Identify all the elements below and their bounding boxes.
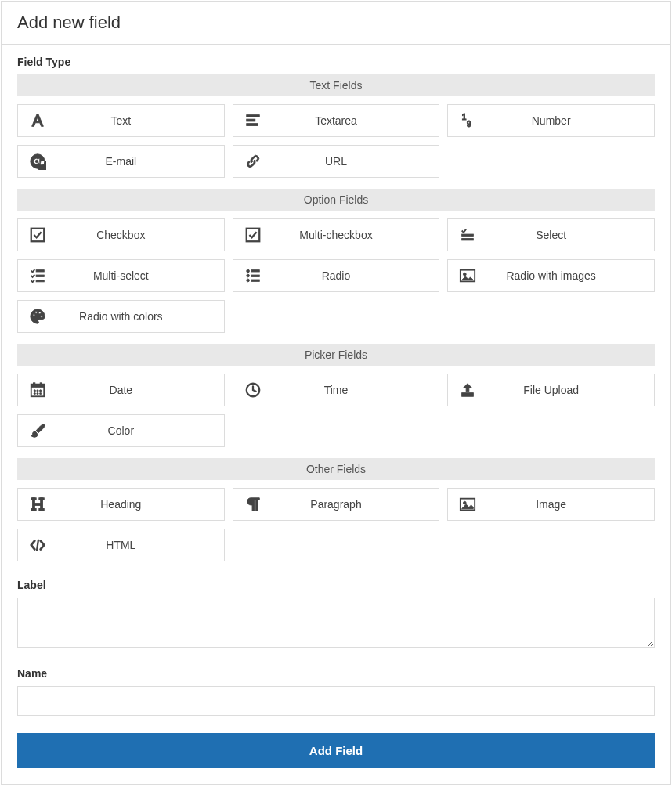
palette-icon [18, 308, 56, 325]
field-type-file-upload[interactable]: File Upload [447, 374, 655, 406]
field-type-time[interactable]: Time [233, 374, 440, 406]
field-type-url[interactable]: URL [233, 145, 440, 178]
option-grid: TextTextareaNumberE-mailURL [17, 104, 655, 178]
field-type-radio-with-images[interactable]: Radio with images [447, 259, 655, 292]
field-type-select[interactable]: Select [447, 218, 655, 251]
option-grid: DateTimeFile UploadColor [17, 374, 655, 447]
calendar-icon [18, 381, 56, 399]
option-label: Time [271, 384, 439, 396]
add-field-button[interactable]: Add Field [17, 733, 655, 768]
name-input[interactable] [17, 686, 655, 716]
option-label: HTML [56, 539, 224, 551]
field-type-textarea[interactable]: Textarea [233, 104, 440, 137]
field-type-checkbox[interactable]: Checkbox [17, 218, 225, 251]
option-label: E-mail [56, 155, 224, 168]
brush-icon [18, 422, 56, 439]
check-square-icon [233, 226, 271, 244]
option-label: URL [271, 155, 439, 168]
option-label: Multi-select [56, 269, 224, 282]
at-icon [18, 153, 56, 170]
option-label: Multi-checkbox [271, 229, 439, 241]
font-icon [18, 112, 56, 129]
field-type-heading[interactable]: Heading [17, 488, 225, 521]
group-header: Text Fields [17, 74, 655, 96]
field-type-multi-select[interactable]: Multi-select [17, 259, 225, 292]
label-block: Label [17, 579, 655, 650]
option-label: Text [56, 114, 224, 127]
option-grid: CheckboxMulti-checkboxSelectMulti-select… [17, 218, 655, 333]
name-block: Name [17, 667, 655, 716]
field-type-radio[interactable]: Radio [233, 259, 440, 292]
field-type-multi-checkbox[interactable]: Multi-checkbox [233, 218, 440, 251]
field-type-date[interactable]: Date [17, 374, 225, 406]
option-label: Date [56, 384, 224, 396]
field-type-e-mail[interactable]: E-mail [17, 145, 225, 178]
option-label: Checkbox [56, 229, 224, 241]
list-ul-icon [233, 267, 271, 284]
panel-body: Field Type Text FieldsTextTextareaNumber… [2, 45, 670, 784]
paragraph-icon [233, 496, 271, 513]
option-label: File Upload [486, 384, 654, 396]
label-field-label: Label [17, 579, 655, 591]
heading-icon [18, 496, 56, 513]
check-list-icon [448, 226, 486, 244]
field-type-radio-with-colors[interactable]: Radio with colors [17, 300, 225, 333]
option-label: Heading [56, 498, 224, 511]
check-square-icon [18, 226, 56, 244]
align-left-icon [233, 112, 271, 129]
field-type-text[interactable]: Text [17, 104, 225, 137]
field-type-html[interactable]: HTML [17, 529, 225, 561]
option-grid: HeadingParagraphImageHTML [17, 488, 655, 561]
page-title: Add new field [2, 2, 670, 45]
image-frame-icon [448, 267, 486, 284]
list-check-icon [18, 267, 56, 284]
option-label: Radio with colors [56, 310, 224, 323]
field-type-label: Field Type [17, 56, 655, 68]
option-label: Number [486, 114, 654, 127]
field-type-image[interactable]: Image [447, 488, 655, 521]
option-label: Textarea [271, 114, 439, 127]
field-type-number[interactable]: Number [447, 104, 655, 137]
number-icon [448, 112, 486, 129]
code-icon [18, 536, 56, 554]
group-header: Picker Fields [17, 344, 655, 366]
option-label: Select [486, 229, 654, 241]
group-header: Option Fields [17, 189, 655, 211]
add-field-panel: Add new field Field Type Text FieldsText… [1, 1, 671, 785]
option-label: Radio with images [486, 269, 654, 282]
upload-icon [448, 381, 486, 399]
image-icon [448, 496, 486, 513]
clock-icon [233, 381, 271, 399]
field-type-paragraph[interactable]: Paragraph [233, 488, 440, 521]
option-label: Paragraph [271, 498, 439, 511]
option-label: Image [486, 498, 654, 511]
option-label: Color [56, 424, 224, 437]
field-type-color[interactable]: Color [17, 414, 225, 447]
link-icon [233, 153, 271, 170]
name-field-label: Name [17, 667, 655, 680]
option-label: Radio [271, 269, 439, 282]
group-header: Other Fields [17, 458, 655, 480]
label-input[interactable] [17, 598, 655, 648]
